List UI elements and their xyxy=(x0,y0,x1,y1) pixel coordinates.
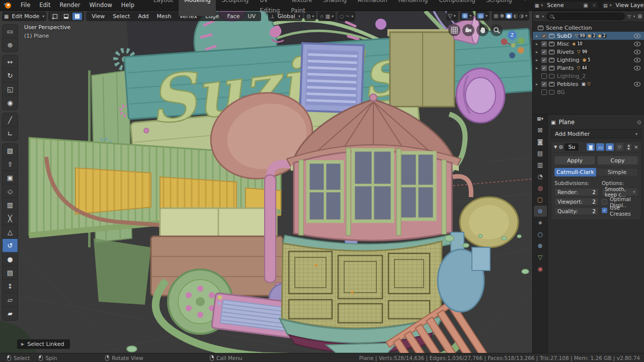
hide-eye-icon[interactable] xyxy=(634,34,640,38)
optimal-display-checkbox[interactable]: ✓ xyxy=(602,199,607,205)
navigation-gizmo[interactable]: Z xyxy=(498,30,526,58)
3d-scene[interactable]: Suzie's xyxy=(0,11,532,353)
modifier-cage-toggle[interactable]: ▽ xyxy=(615,143,623,151)
view-layer-selector[interactable]: ▤ ▾ View Layer ▣ × xyxy=(601,1,644,10)
tab-object[interactable]: ▢ xyxy=(534,194,547,205)
tool-rip-region[interactable]: ▰ xyxy=(3,307,18,320)
tab-tool[interactable]: ⊠ xyxy=(534,125,547,136)
modifier-realtime-toggle[interactable]: ▭ xyxy=(596,143,604,151)
outliner-row-plants[interactable]: ▸ ✓ Plants ▽44 xyxy=(533,64,644,72)
tab-scripting[interactable]: Scripting xyxy=(481,0,518,16)
tool-smooth[interactable]: ● xyxy=(3,252,18,266)
tool-transform[interactable]: ◉ xyxy=(3,96,18,110)
hide-eye-icon[interactable] xyxy=(634,66,640,70)
pan-view-button[interactable] xyxy=(476,24,489,36)
expand-arrow-icon[interactable]: ▸ xyxy=(536,82,541,86)
3d-viewport[interactable]: Suzie's xyxy=(0,11,532,353)
collection-checkbox[interactable] xyxy=(541,73,547,79)
tab-modeling[interactable]: Modeling xyxy=(179,0,216,16)
menu-view[interactable]: View xyxy=(88,13,108,20)
tool-scale[interactable]: ◱ xyxy=(3,82,18,96)
unlink-scene-icon[interactable]: × xyxy=(591,3,597,8)
hide-eye-icon[interactable] xyxy=(634,42,640,46)
collection-checkbox[interactable] xyxy=(541,89,547,95)
expand-arrow-icon[interactable]: ▸ xyxy=(536,42,541,46)
outliner-row-lighting[interactable]: ▸ ✓ Lighting ◉5 xyxy=(533,56,644,64)
tab-particles[interactable]: ∗ xyxy=(534,217,547,228)
tool-annotate[interactable]: ╱ xyxy=(3,113,18,127)
tool-measure[interactable]: ∟ xyxy=(3,127,18,140)
tool-move[interactable]: ↔ xyxy=(3,55,18,69)
outliner-row-bg[interactable]: BG xyxy=(533,88,644,96)
collection-checkbox[interactable]: ✓ xyxy=(541,65,547,71)
expand-arrow-icon[interactable]: ▸ xyxy=(536,66,541,70)
add-workspace-button[interactable]: + xyxy=(518,0,533,16)
tab-compositing[interactable]: Compositing xyxy=(433,0,480,16)
tool-knife[interactable]: ╳ xyxy=(3,212,18,225)
apply-button[interactable]: Apply xyxy=(554,156,595,165)
hide-eye-icon[interactable] xyxy=(634,82,640,86)
modifier-editmode-toggle[interactable]: ▦ xyxy=(606,143,614,151)
menu-select[interactable]: Select xyxy=(109,13,133,20)
tab-world[interactable]: ◍ xyxy=(534,183,547,194)
edge-select-button[interactable] xyxy=(61,13,71,20)
close-icon[interactable]: × xyxy=(634,144,638,150)
tool-loop-cut[interactable]: ▥ xyxy=(3,198,18,212)
tab-animation[interactable]: Animation xyxy=(352,0,393,16)
add-modifier-dropdown[interactable]: Add Modifier ▾ xyxy=(551,129,641,138)
tab-modifiers[interactable]: ⊚ xyxy=(534,206,547,217)
copy-button[interactable]: Copy xyxy=(597,156,638,165)
outliner-row-subd[interactable]: ▸ ✓ SubD ▽99 ◉2 ◆2 xyxy=(533,32,644,40)
menu-help[interactable]: Help xyxy=(117,0,139,11)
tab-scene[interactable]: ◔ xyxy=(534,171,547,182)
tab-constraints[interactable]: ⊗ xyxy=(534,240,547,251)
menu-file[interactable]: File xyxy=(16,0,35,11)
toggle-perspective-button[interactable] xyxy=(448,24,460,36)
operator-panel-select-linked[interactable]: ▶ Select Linked xyxy=(17,339,70,349)
tab-uv-editing[interactable]: UV Editing xyxy=(254,0,285,16)
use-creases-checkbox[interactable]: ✓ xyxy=(602,208,607,213)
tool-inset-faces[interactable]: ▣ xyxy=(3,171,18,185)
tab-material[interactable]: ◉ xyxy=(534,263,547,275)
collection-checkbox[interactable]: ✓ xyxy=(541,49,547,55)
expand-arrow-icon[interactable]: ▸ xyxy=(536,58,541,62)
vertex-select-button[interactable] xyxy=(50,13,60,20)
tool-spin[interactable]: ↺ xyxy=(3,239,18,252)
new-collection-button[interactable]: ⊞ xyxy=(638,14,642,19)
tab-object-data[interactable]: ▽ xyxy=(534,252,547,263)
uv-smooth-dropdown[interactable]: Smooth, keep c...▾ xyxy=(602,188,638,196)
menu-window[interactable]: Window xyxy=(85,0,116,11)
tab-texture-paint[interactable]: Texture Paint xyxy=(285,0,317,16)
face-select-button[interactable] xyxy=(72,13,82,20)
tool-add-cube[interactable]: ▧ xyxy=(3,144,18,157)
collection-checkbox[interactable]: ✓ xyxy=(541,81,547,87)
viewport-subdivisions-field[interactable]: Viewport:2 xyxy=(554,198,599,206)
tab-output[interactable]: ▤ xyxy=(534,148,547,159)
filter-funnel-icon[interactable]: ▽ xyxy=(627,14,631,19)
new-scene-icon[interactable]: ▣ xyxy=(582,3,589,8)
tool-edge-slide[interactable]: ▤ xyxy=(3,266,18,280)
collection-checkbox[interactable]: ✓ xyxy=(541,41,547,47)
outliner-row-scene-collection[interactable]: Scene Collection xyxy=(533,24,644,32)
quality-field[interactable]: Quality:2 xyxy=(554,207,599,215)
editor-type-icon[interactable]: ▦▾ xyxy=(537,116,543,121)
move-down-button[interactable]: ▼ xyxy=(626,147,631,150)
simple-button[interactable]: Simple xyxy=(596,168,638,176)
display-mode-icon[interactable]: ≡ xyxy=(535,14,539,19)
mode-dropdown[interactable]: ▦ Edit Mode ▾ xyxy=(2,12,46,21)
use-creases-row[interactable]: ✓ Use Creases xyxy=(602,207,638,214)
modifier-name-field[interactable]: Su xyxy=(565,143,579,151)
hide-eye-icon[interactable] xyxy=(634,50,640,54)
collection-checkbox[interactable]: ✓ xyxy=(541,57,547,63)
tool-poly-build[interactable]: △ xyxy=(3,225,18,239)
tab-view-layer[interactable]: ▥ xyxy=(534,159,547,170)
hide-eye-icon[interactable] xyxy=(634,58,640,62)
tool-rotate[interactable]: ↻ xyxy=(3,69,18,82)
tab-shading[interactable]: Shading xyxy=(317,0,352,16)
catmull-clark-button[interactable]: Catmull-Clark xyxy=(554,168,596,176)
expand-arrow-icon[interactable]: ▸ xyxy=(536,34,541,38)
tool-shear[interactable]: ▱ xyxy=(3,293,18,307)
blender-logo-icon[interactable] xyxy=(4,2,13,9)
camera-view-button[interactable] xyxy=(462,24,474,36)
outliner-row-misc[interactable]: ▸ ✓ Misc ◈10 xyxy=(533,40,644,48)
